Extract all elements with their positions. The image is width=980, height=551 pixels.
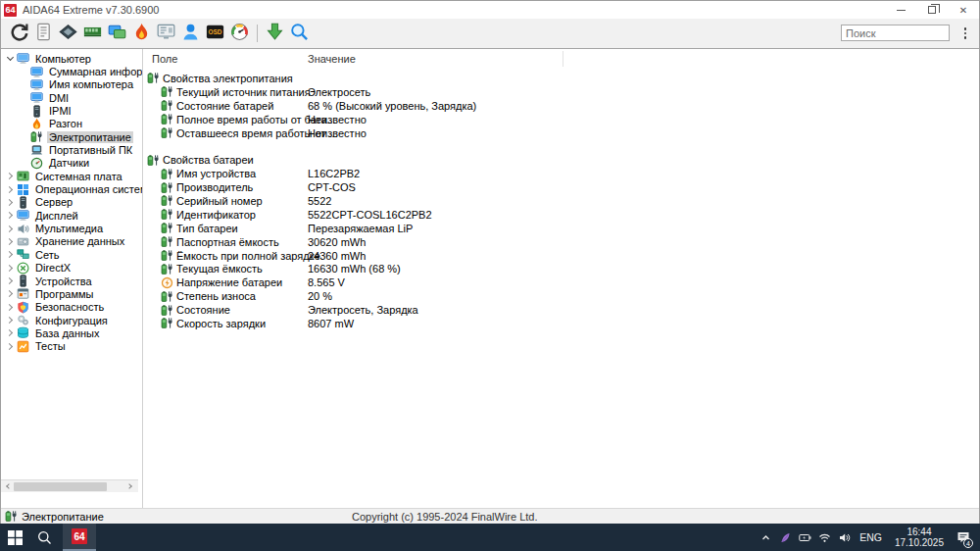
- chevron-right-icon[interactable]: [6, 173, 13, 179]
- find-icon: [290, 23, 309, 45]
- security-icon: [17, 301, 29, 314]
- chevron-right-icon[interactable]: [6, 343, 13, 350]
- sidebar-item-power[interactable]: Электропитание: [1, 130, 142, 143]
- column-header-field[interactable]: Поле: [144, 49, 302, 69]
- battery-icon: [161, 99, 173, 112]
- sidebar-item-dmi[interactable]: DMI: [1, 91, 142, 104]
- taskbar-aida64-button[interactable]: 64: [63, 524, 96, 551]
- gauge-button[interactable]: [227, 21, 252, 46]
- sidebar-item-sensors[interactable]: Датчики: [1, 157, 142, 170]
- tray-wifi-icon[interactable]: [815, 524, 833, 551]
- sidebar-item-storage[interactable]: Хранение данных: [1, 235, 142, 248]
- scrollbar-thumb[interactable]: [14, 482, 107, 491]
- chevron-right-icon[interactable]: [6, 290, 13, 297]
- table-row[interactable]: Идентификатор5522CPT-COSL16C2PB2: [144, 208, 979, 222]
- table-row[interactable]: Напряжение батареи8.565 V: [144, 276, 979, 289]
- section-header[interactable]: Свойства батареи: [144, 153, 979, 167]
- search-input[interactable]: [841, 25, 950, 41]
- memory-button[interactable]: [80, 21, 105, 46]
- battery-icon: [161, 168, 173, 180]
- sidebar-item-os[interactable]: Операционная система: [1, 182, 142, 195]
- table-row[interactable]: Степень износа20 %: [144, 289, 979, 303]
- sidebar-item-summary[interactable]: Суммарная информаци: [1, 65, 142, 77]
- table-row[interactable]: Тип батареиПерезаряжаемая LiP: [144, 222, 979, 235]
- restore-button[interactable]: [916, 1, 948, 19]
- sidebar-item-label: Компьютер: [33, 53, 93, 65]
- refresh-button[interactable]: [7, 21, 31, 46]
- sidebar-item-multimedia[interactable]: Мультимедиа: [1, 222, 142, 234]
- table-row[interactable]: Имя устройстваL16C2PB2: [144, 167, 979, 180]
- chevron-right-icon[interactable]: [6, 329, 13, 336]
- sidebar-item-computer-name[interactable]: Имя компьютера: [1, 78, 142, 91]
- report-button[interactable]: [31, 21, 56, 46]
- chevron-right-icon[interactable]: [6, 251, 13, 258]
- language-indicator[interactable]: ENG: [859, 531, 882, 543]
- close-button[interactable]: ✕: [948, 1, 979, 19]
- sidebar-item-programs[interactable]: Программы: [1, 287, 142, 300]
- table-row[interactable]: Серийный номер5522: [144, 194, 979, 208]
- directx-icon: [17, 262, 29, 275]
- table-row[interactable]: Полное время работы от бата...Неизвестно: [144, 113, 979, 126]
- burn-icon: [132, 23, 151, 45]
- battery-icon: [161, 249, 173, 262]
- chevron-right-icon[interactable]: [6, 238, 13, 245]
- chevron-right-icon[interactable]: [6, 186, 13, 193]
- chevron-right-icon[interactable]: [6, 304, 13, 311]
- sidebar-item-computer[interactable]: Компьютер: [1, 52, 142, 65]
- sidebar-item-display[interactable]: Дисплей: [1, 209, 142, 222]
- benchmark-button[interactable]: [154, 21, 178, 46]
- chevron-right-icon[interactable]: [6, 277, 13, 284]
- chevron-right-icon[interactable]: [6, 199, 13, 206]
- detail-panel: Поле Значение Свойства электропитанияТек…: [144, 49, 979, 509]
- chevron-right-icon[interactable]: [6, 212, 13, 219]
- section-header[interactable]: Свойства электропитания: [144, 72, 979, 85]
- video-button[interactable]: [105, 21, 129, 46]
- benchmark-icon: [157, 23, 175, 45]
- table-row[interactable]: Ёмкость при полной зарядке24360 mWh: [144, 249, 979, 263]
- sidebar-item-security[interactable]: Безопасность: [1, 301, 142, 314]
- clock[interactable]: 16:44 17.10.2025: [895, 526, 944, 548]
- sidebar-item-network[interactable]: Сеть: [1, 248, 142, 261]
- sidebar-item-benchmark[interactable]: Тесты: [1, 340, 142, 353]
- sidebar-item-database[interactable]: База данных: [1, 326, 142, 339]
- taskbar-search-button[interactable]: [29, 524, 59, 551]
- scroll-left-icon[interactable]: [1, 480, 14, 492]
- sidebar-item-server[interactable]: Сервер: [1, 196, 142, 209]
- column-header-value[interactable]: Значение: [302, 49, 564, 69]
- minimize-button[interactable]: [885, 1, 916, 19]
- user-button[interactable]: [178, 21, 203, 46]
- tray-chevron-up-icon[interactable]: [757, 524, 774, 551]
- table-row[interactable]: ПроизводительCPT-COS: [144, 180, 979, 194]
- start-button[interactable]: [0, 524, 29, 551]
- sidebar-item-ipmi[interactable]: IPMI: [1, 104, 142, 117]
- table-row[interactable]: Оставшееся время работы от ...Неизвестно: [144, 126, 979, 140]
- sidebar-item-directx[interactable]: DirectX: [1, 262, 142, 275]
- tray-feather-icon[interactable]: [776, 524, 794, 551]
- table-row[interactable]: Текущая ёмкость16630 mWh (68 %): [144, 262, 979, 276]
- table-row[interactable]: Паспортная ёмкость30620 mWh: [144, 235, 979, 249]
- scroll-right-icon[interactable]: [123, 480, 136, 492]
- table-row[interactable]: Скорость зарядки8607 mW: [144, 317, 979, 330]
- chevron-right-icon[interactable]: [6, 265, 13, 272]
- burn-button[interactable]: [129, 21, 154, 46]
- update-button[interactable]: [263, 21, 287, 46]
- table-row[interactable]: Состояние батарей68 % (Высокий уровень, …: [144, 99, 979, 113]
- find-button[interactable]: [287, 21, 312, 46]
- sidebar-item-overclock[interactable]: Разгон: [1, 118, 142, 130]
- table-row[interactable]: СостояниеЭлектросеть, Зарядка: [144, 303, 979, 317]
- chevron-down-icon[interactable]: [7, 54, 14, 61]
- motherboard-button[interactable]: [56, 21, 80, 46]
- sidebar-item-devices[interactable]: Устройства: [1, 275, 142, 287]
- chevron-right-icon[interactable]: [6, 317, 13, 324]
- sidebar-item-portable[interactable]: Портативный ПК: [1, 143, 142, 156]
- sidebar-item-config[interactable]: Конфигурация: [1, 314, 142, 326]
- action-center-button[interactable]: 4: [951, 524, 976, 551]
- menu-dots-icon[interactable]: [957, 24, 973, 43]
- tray-volume-icon[interactable]: [835, 524, 853, 551]
- sidebar-item-motherboard[interactable]: Системная плата: [1, 170, 142, 182]
- osd-button[interactable]: OSD: [203, 21, 227, 46]
- table-row[interactable]: Текущий источник питанияЭлектросеть: [144, 85, 979, 99]
- chevron-right-icon[interactable]: [6, 225, 13, 232]
- sidebar-horizontal-scrollbar[interactable]: [1, 479, 138, 492]
- tray-battery-icon[interactable]: [796, 524, 813, 551]
